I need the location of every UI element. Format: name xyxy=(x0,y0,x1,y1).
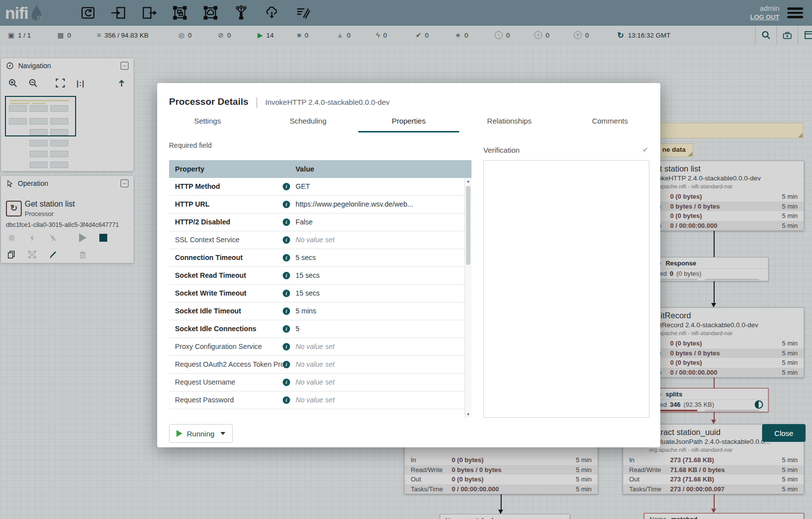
property-row[interactable]: Request UsernameiNo value set xyxy=(169,374,471,391)
property-value: 5 secs xyxy=(296,249,471,266)
info-icon[interactable]: i xyxy=(283,307,290,315)
properties-table-header: Property Value xyxy=(169,160,471,178)
verification-title: Verification xyxy=(483,146,519,154)
tab-settings[interactable]: Settings xyxy=(157,112,258,132)
info-icon[interactable]: i xyxy=(283,396,290,404)
info-icon[interactable]: i xyxy=(283,290,290,297)
required-field-label: Required field xyxy=(169,138,483,154)
property-row[interactable]: Request PasswordiNo value set xyxy=(169,391,471,409)
property-value: 15 secs xyxy=(296,267,471,284)
property-name: HTTP URL xyxy=(169,196,283,213)
property-row[interactable]: Socket Read Timeouti15 secs xyxy=(169,267,471,285)
info-icon[interactable]: i xyxy=(283,201,290,208)
properties-table-body: HTTP MethodiGETHTTP URLihttps://www.pege… xyxy=(169,178,471,409)
info-icon[interactable]: i xyxy=(283,325,290,333)
property-row[interactable]: HTTP MethodiGET xyxy=(169,178,471,196)
tab-comments[interactable]: Comments xyxy=(559,112,660,132)
property-value: GET xyxy=(296,178,471,195)
property-name: SSL Context Service xyxy=(169,231,283,249)
property-name: Request Username xyxy=(169,374,283,391)
property-value: https://www.pegelonline.wsv.de/web... xyxy=(296,196,471,213)
close-button[interactable]: Close xyxy=(762,424,806,442)
tab-relationships[interactable]: Relationships xyxy=(459,112,560,132)
properties-table: Property Value HTTP MethodiGETHTTP URLih… xyxy=(169,160,471,418)
property-row[interactable]: Socket Idle Timeouti5 mins xyxy=(169,303,471,320)
verification-check-icon[interactable]: ✔ xyxy=(642,145,648,154)
chevron-down-icon xyxy=(220,432,225,435)
scrollbar-thumb[interactable] xyxy=(466,186,470,265)
tab-scheduling[interactable]: Scheduling xyxy=(258,112,359,132)
verification-panel xyxy=(483,160,649,418)
dialog-subtitle: InvokeHTTP 2.4.0-stackable0.0.0-dev xyxy=(265,98,390,106)
property-row[interactable]: HTTP URLihttps://www.pegelonline.wsv.de/… xyxy=(169,196,471,214)
property-name: Socket Read Timeout xyxy=(169,267,283,284)
info-icon[interactable]: i xyxy=(283,183,290,190)
property-name: Connection Timeout xyxy=(169,249,283,266)
property-name: HTTP/2 Disabled xyxy=(169,214,283,231)
title-divider: | xyxy=(256,95,258,109)
property-row[interactable]: Connection Timeouti5 secs xyxy=(169,249,471,267)
property-value: 5 mins xyxy=(296,303,471,320)
property-value: 5 xyxy=(296,320,471,338)
info-icon[interactable]: i xyxy=(283,361,290,368)
scroll-down-icon[interactable]: ▼ xyxy=(465,412,471,417)
property-row[interactable]: Request OAuth2 Access Token Prov...iNo v… xyxy=(169,356,471,374)
tab-properties[interactable]: Properties xyxy=(358,112,459,132)
property-name: Socket Idle Connections xyxy=(169,320,283,338)
property-column-header: Property xyxy=(169,160,283,178)
property-name: Socket Write Timeout xyxy=(169,285,283,302)
property-name: Proxy Configuration Service xyxy=(169,338,283,355)
info-icon[interactable]: i xyxy=(283,254,290,261)
property-row[interactable]: SSL Context ServiceiNo value set xyxy=(169,231,471,249)
property-name: Request Password xyxy=(169,391,283,409)
processor-details-dialog: Processor Details | InvokeHTTP 2.4.0-sta… xyxy=(157,83,660,447)
property-row[interactable]: Proxy Configuration ServiceiNo value set xyxy=(169,338,471,356)
value-column-header: Value xyxy=(296,160,471,178)
scroll-up-icon[interactable]: ▲ xyxy=(465,179,471,183)
property-value: False xyxy=(296,214,471,231)
property-value: No value set xyxy=(296,391,471,409)
property-name: Request OAuth2 Access Token Prov... xyxy=(169,356,283,373)
property-name: HTTP Method xyxy=(169,178,283,195)
info-icon[interactable]: i xyxy=(283,343,290,350)
property-row[interactable]: Socket Idle Connectionsi5 xyxy=(169,320,471,338)
property-row[interactable]: Socket Write Timeouti15 secs xyxy=(169,285,471,303)
info-icon[interactable]: i xyxy=(283,379,290,386)
run-state-dropdown[interactable]: Running xyxy=(169,424,233,443)
dialog-tabs: SettingsSchedulingPropertiesRelationship… xyxy=(157,112,660,132)
property-value: No value set xyxy=(296,374,471,391)
property-name: Socket Idle Timeout xyxy=(169,303,283,320)
info-icon[interactable]: i xyxy=(283,236,290,244)
running-play-icon xyxy=(176,430,182,437)
info-icon[interactable]: i xyxy=(283,272,290,279)
property-value: No value set xyxy=(296,356,471,373)
table-scrollbar[interactable]: ▲ ▼ xyxy=(465,178,471,418)
property-row[interactable]: HTTP/2 DisablediFalse xyxy=(169,214,471,231)
property-value: 15 secs xyxy=(296,285,471,302)
property-value: No value set xyxy=(296,338,471,355)
dialog-title: Processor Details xyxy=(169,96,249,107)
info-icon[interactable]: i xyxy=(283,218,290,226)
nifi-app: nifi xyxy=(0,0,812,519)
run-state-label: Running xyxy=(187,430,214,438)
property-value: No value set xyxy=(296,231,471,249)
